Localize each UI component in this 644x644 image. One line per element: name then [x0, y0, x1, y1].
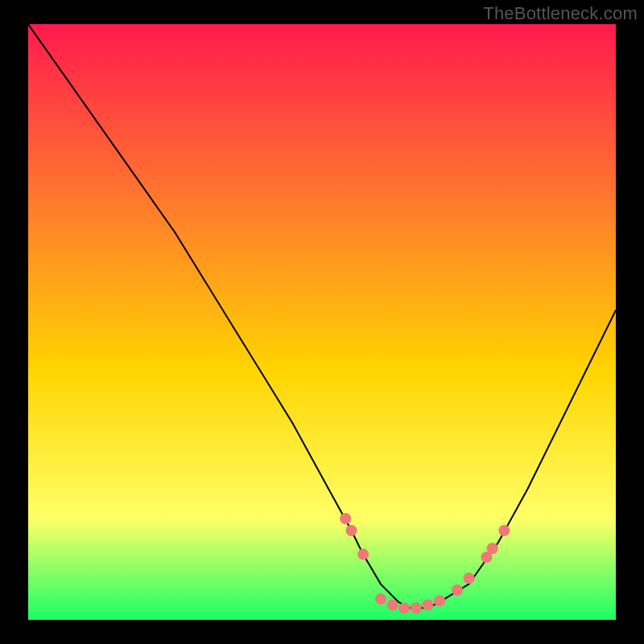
data-marker [464, 572, 475, 584]
watermark-text: TheBottleneck.com [483, 3, 638, 24]
data-marker [387, 600, 398, 611]
chart-svg [28, 24, 616, 620]
data-marker [434, 595, 445, 606]
chart-plot-area [28, 24, 616, 620]
data-marker [340, 513, 351, 524]
data-marker [411, 602, 422, 613]
data-marker [346, 525, 357, 536]
gradient-background [28, 24, 616, 620]
data-marker [375, 593, 386, 605]
data-marker [398, 602, 410, 613]
data-marker [422, 600, 433, 611]
data-marker [487, 543, 498, 554]
chart-container: TheBottleneck.com [0, 0, 644, 644]
data-marker [357, 549, 369, 560]
data-marker [452, 584, 463, 596]
data-marker [498, 525, 510, 536]
